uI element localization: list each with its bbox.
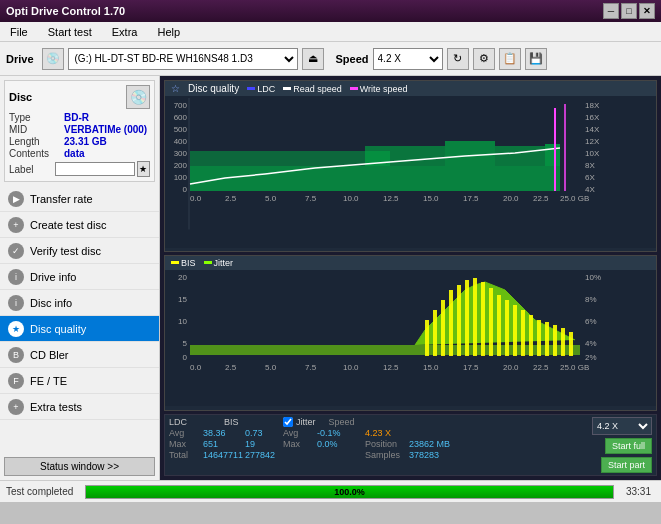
- svg-rect-48: [481, 282, 485, 356]
- drive-select[interactable]: (G:) HL-DT-ST BD-RE WH16NS48 1.D3: [68, 48, 298, 70]
- svg-rect-49: [489, 288, 493, 356]
- svg-rect-41: [425, 320, 429, 356]
- nav-item-verify-test-disc[interactable]: ✓ Verify test disc: [0, 238, 159, 264]
- extra-tests-icon: +: [8, 399, 24, 415]
- menu-file[interactable]: File: [4, 24, 34, 40]
- chart1-title: ☆ Disc quality LDC Read speed Write spee…: [165, 81, 656, 96]
- svg-rect-59: [569, 332, 573, 356]
- svg-text:20.0: 20.0: [503, 194, 519, 203]
- svg-text:5.0: 5.0: [265, 363, 277, 372]
- svg-text:0.0: 0.0: [190, 363, 202, 372]
- disc-label-input[interactable]: [55, 162, 135, 176]
- svg-text:200: 200: [174, 161, 188, 170]
- disc-quality-icon: ★: [8, 321, 24, 337]
- svg-rect-57: [553, 325, 557, 356]
- progress-label: 100.0%: [86, 486, 613, 498]
- main-content: Disc 💿 Type BD-R MID VERBATIMe (000) Len…: [0, 76, 661, 480]
- disc-mid-row: MID VERBATIMe (000): [9, 124, 150, 135]
- settings-button[interactable]: ⚙: [473, 48, 495, 70]
- save-button[interactable]: 💾: [525, 48, 547, 70]
- close-button[interactable]: ✕: [639, 3, 655, 19]
- nav-item-fe-te[interactable]: F FE / TE: [0, 368, 159, 394]
- speed-select[interactable]: 4.2 X: [373, 48, 443, 70]
- write-speed-label: Write speed: [360, 84, 408, 94]
- legend-write-speed: Write speed: [350, 84, 408, 94]
- start-full-button[interactable]: Start full: [605, 438, 652, 454]
- svg-rect-53: [521, 310, 525, 356]
- svg-text:100: 100: [174, 173, 188, 182]
- drive-info-icon: i: [8, 269, 24, 285]
- menu-help[interactable]: Help: [151, 24, 186, 40]
- nav-label-cd-bler: CD Bler: [30, 349, 69, 361]
- chart1-label: Disc quality: [188, 83, 239, 94]
- max-label2: Max: [283, 439, 313, 449]
- menu-extra[interactable]: Extra: [106, 24, 144, 40]
- nav-label-transfer-rate: Transfer rate: [30, 193, 93, 205]
- read-speed-color: [283, 87, 291, 90]
- nav-item-disc-quality[interactable]: ★ Disc quality: [0, 316, 159, 342]
- svg-rect-13: [445, 141, 495, 166]
- svg-text:22.5: 22.5: [533, 194, 549, 203]
- svg-text:10%: 10%: [585, 273, 601, 282]
- chart1-svg: 700 600 500 400 300 200 100 0: [165, 96, 656, 248]
- speed-val: 4.23 X: [365, 428, 405, 438]
- read-speed-label: Read speed: [293, 84, 342, 94]
- nav-item-extra-tests[interactable]: + Extra tests: [0, 394, 159, 420]
- svg-rect-47: [473, 278, 477, 356]
- jitter-line: [415, 282, 575, 345]
- svg-text:17.5: 17.5: [463, 194, 479, 203]
- disc-panel: Disc 💿 Type BD-R MID VERBATIMe (000) Len…: [4, 80, 155, 182]
- bis-color: [171, 261, 179, 264]
- bis-col-label: BIS: [224, 417, 259, 427]
- maximize-button[interactable]: □: [621, 3, 637, 19]
- nav-label-drive-info: Drive info: [30, 271, 76, 283]
- svg-text:20: 20: [178, 273, 187, 282]
- nav-label-disc-info: Disc info: [30, 297, 72, 309]
- svg-text:25.0 GB: 25.0 GB: [560, 363, 589, 372]
- disc-mid-label: MID: [9, 124, 64, 135]
- svg-text:17.5: 17.5: [463, 363, 479, 372]
- ldc-color: [247, 87, 255, 90]
- svg-rect-42: [433, 310, 437, 356]
- jitter-checkbox[interactable]: [283, 417, 293, 427]
- nav-item-cd-bler[interactable]: B CD Bler: [0, 342, 159, 368]
- stats-jitter: Jitter Speed Avg -0.1% 4.23 X Max 0.0% P…: [283, 417, 450, 473]
- jitter-label: Jitter: [214, 258, 234, 268]
- svg-text:10X: 10X: [585, 149, 600, 158]
- svg-text:10: 10: [178, 317, 187, 326]
- disc-label-button[interactable]: ★: [137, 161, 150, 177]
- disc-info-icon: i: [8, 295, 24, 311]
- nav-item-drive-info[interactable]: i Drive info: [0, 264, 159, 290]
- eject-button[interactable]: ⏏: [302, 48, 324, 70]
- title-bar: Opti Drive Control 1.70 ─ □ ✕: [0, 0, 661, 22]
- disc-length-value: 23.31 GB: [64, 136, 107, 147]
- disc-length-label: Length: [9, 136, 64, 147]
- svg-rect-56: [545, 322, 549, 356]
- svg-text:10.0: 10.0: [343, 363, 359, 372]
- svg-rect-43: [441, 300, 445, 356]
- refresh-button[interactable]: ↻: [447, 48, 469, 70]
- svg-rect-52: [513, 305, 517, 356]
- fe-te-icon: F: [8, 373, 24, 389]
- chart-speed-select[interactable]: 4.2 X: [592, 417, 652, 435]
- avg-label2: Avg: [283, 428, 313, 438]
- window-controls: ─ □ ✕: [603, 3, 655, 19]
- svg-rect-10: [190, 166, 560, 191]
- menu-start-test[interactable]: Start test: [42, 24, 98, 40]
- status-window-button[interactable]: Status window >>: [4, 457, 155, 476]
- svg-text:7.5: 7.5: [305, 363, 317, 372]
- nav-item-transfer-rate[interactable]: ▶ Transfer rate: [0, 186, 159, 212]
- avg-row: Avg 38.36 0.73: [169, 428, 275, 438]
- copy-button[interactable]: 📋: [499, 48, 521, 70]
- svg-text:2.5: 2.5: [225, 194, 237, 203]
- disc-label-label: Label: [9, 164, 53, 175]
- chart-panel-2: BIS Jitter 20 15 10 5 0: [164, 255, 657, 411]
- svg-text:15.0: 15.0: [423, 194, 439, 203]
- start-part-button[interactable]: Start part: [601, 457, 652, 473]
- samples-label: Samples: [365, 450, 405, 460]
- nav-item-create-test-disc[interactable]: + Create test disc: [0, 212, 159, 238]
- nav-items: ▶ Transfer rate + Create test disc ✓ Ver…: [0, 186, 159, 453]
- nav-item-disc-info[interactable]: i Disc info: [0, 290, 159, 316]
- minimize-button[interactable]: ─: [603, 3, 619, 19]
- svg-rect-44: [449, 290, 453, 356]
